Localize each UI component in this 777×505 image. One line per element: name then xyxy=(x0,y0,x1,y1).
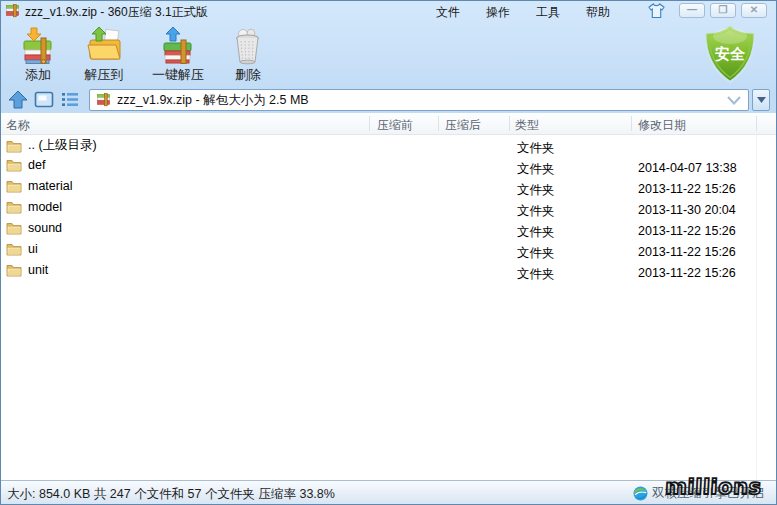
file-name: .. (上级目录) xyxy=(28,137,97,154)
folder-icon xyxy=(6,221,22,235)
trash-icon xyxy=(228,25,268,65)
file-modified: 2013-11-22 15:26 xyxy=(638,182,736,196)
column-divider[interactable] xyxy=(631,116,632,131)
title-bar[interactable]: zzz_v1.9x.zip - 360压缩 3.1正式版 文件 操作 工具 帮助… xyxy=(1,1,776,21)
file-name-cell: unit xyxy=(6,263,48,277)
column-header-modified[interactable]: 修改日期 xyxy=(638,117,686,134)
file-name-cell: .. (上级目录) xyxy=(6,137,97,154)
file-modified: 2013-11-30 20:04 xyxy=(638,203,736,217)
column-divider[interactable] xyxy=(509,116,510,131)
file-name: unit xyxy=(28,263,48,277)
folder-icon xyxy=(6,158,22,172)
file-type: 文件夹 xyxy=(517,224,555,241)
column-header-packed[interactable]: 压缩前 xyxy=(377,117,413,134)
menu-operation[interactable]: 操作 xyxy=(473,4,523,21)
extract-to-button[interactable]: 解压到 xyxy=(71,23,137,84)
table-row[interactable]: model 文件夹 2013-11-30 20:04 xyxy=(1,199,774,220)
file-name-cell: sound xyxy=(6,221,62,235)
archive-icon xyxy=(97,93,111,107)
table-row[interactable]: sound 文件夹 2013-11-22 15:26 xyxy=(1,220,774,241)
delete-label: 删除 xyxy=(219,66,277,84)
window-title: zzz_v1.9x.zip - 360压缩 3.1正式版 xyxy=(25,4,208,21)
file-name-cell: ui xyxy=(6,242,38,256)
add-button[interactable]: 添加 xyxy=(9,23,67,84)
file-type: 文件夹 xyxy=(517,140,555,157)
tshirt-icon xyxy=(648,3,665,19)
add-label: 添加 xyxy=(9,66,67,84)
close-button[interactable]: ✕ xyxy=(741,3,767,18)
file-name-cell: model xyxy=(6,200,62,214)
column-header-name[interactable]: 名称 xyxy=(6,117,30,134)
engine-status-label: 双核压缩引擎已开启 xyxy=(652,485,765,502)
up-level-icon[interactable] xyxy=(8,90,28,109)
table-row[interactable]: .. (上级目录) 文件夹 xyxy=(1,136,774,157)
column-divider[interactable] xyxy=(438,116,439,131)
list-header: 名称 压缩前 压缩后 类型 修改日期 xyxy=(1,113,776,135)
archive-path-combobox[interactable]: zzz_v1.9x.zip - 解包大小为 2.5 MB xyxy=(89,89,749,111)
menu-tools[interactable]: 工具 xyxy=(523,4,573,21)
path-dropdown-button[interactable] xyxy=(752,89,770,111)
file-modified: 2013-11-22 15:26 xyxy=(638,266,736,280)
table-row[interactable]: ui 文件夹 2013-11-22 15:26 xyxy=(1,241,774,262)
one-key-extract-icon xyxy=(158,25,198,65)
view-panel-icon[interactable] xyxy=(34,90,54,109)
file-modified: 2014-04-07 13:38 xyxy=(638,161,737,175)
skin-button[interactable] xyxy=(645,2,667,20)
file-name: def xyxy=(28,158,45,172)
file-type: 文件夹 xyxy=(517,203,555,220)
safe-shield-label: 安全 xyxy=(715,45,746,62)
folder-icon xyxy=(6,179,22,193)
file-modified: 2013-11-22 15:26 xyxy=(638,224,736,238)
table-row[interactable]: material 文件夹 2013-11-22 15:26 xyxy=(1,178,774,199)
folder-icon xyxy=(6,200,22,214)
app-window: zzz_v1.9x.zip - 360压缩 3.1正式版 文件 操作 工具 帮助… xyxy=(0,0,777,505)
maximize-button[interactable]: ❐ xyxy=(710,3,736,18)
list-view-icon[interactable] xyxy=(60,90,80,109)
folder-icon xyxy=(6,242,22,256)
file-type: 文件夹 xyxy=(517,161,555,178)
dropdown-triangle-icon xyxy=(757,97,766,103)
file-type: 文件夹 xyxy=(517,182,555,199)
file-name: material xyxy=(28,179,72,193)
app-archive-icon xyxy=(6,4,20,18)
column-header-type[interactable]: 类型 xyxy=(515,117,539,134)
status-bar: 大小: 854.0 KB 共 247 个文件和 57 个文件夹 压缩率 33.8… xyxy=(1,480,776,504)
file-name: model xyxy=(28,200,62,214)
minimize-button[interactable]: — xyxy=(679,3,705,18)
dual-core-swirl-icon xyxy=(633,486,648,501)
file-list: 名称 压缩前 压缩后 类型 修改日期 .. (上级目录) 文件夹 xyxy=(1,113,776,482)
menu-bar: 文件 操作 工具 帮助 xyxy=(423,4,623,21)
table-row[interactable]: unit 文件夹 2013-11-22 15:26 xyxy=(1,262,774,283)
chevron-down-icon xyxy=(727,96,741,105)
folder-icon xyxy=(6,263,22,277)
table-row[interactable]: def 文件夹 2014-04-07 13:38 xyxy=(1,157,774,178)
engine-status: 双核压缩引擎已开启 xyxy=(633,485,765,502)
column-header-unpacked[interactable]: 压缩后 xyxy=(445,117,481,134)
archive-summary: 大小: 854.0 KB 共 247 个文件和 57 个文件夹 压缩率 33.8… xyxy=(7,486,335,503)
extract-to-label: 解压到 xyxy=(71,66,137,84)
delete-button[interactable]: 删除 xyxy=(219,23,277,84)
menu-file[interactable]: 文件 xyxy=(423,4,473,21)
file-name-cell: material xyxy=(6,179,72,193)
address-bar: zzz_v1.9x.zip - 解包大小为 2.5 MB xyxy=(1,86,776,113)
extract-to-icon xyxy=(84,25,124,65)
one-key-extract-button[interactable]: 一键解压 xyxy=(139,23,217,84)
safe-shield-button[interactable]: 安全 xyxy=(700,23,760,85)
column-divider[interactable] xyxy=(756,116,757,131)
add-archive-icon xyxy=(18,25,58,65)
file-type: 文件夹 xyxy=(517,266,555,283)
file-modified: 2013-11-22 15:26 xyxy=(638,245,736,259)
file-type: 文件夹 xyxy=(517,245,555,262)
one-key-extract-label: 一键解压 xyxy=(139,66,217,84)
file-name: sound xyxy=(28,221,62,235)
file-name-cell: def xyxy=(6,158,45,172)
menu-help[interactable]: 帮助 xyxy=(573,4,623,21)
folder-icon xyxy=(6,139,22,153)
file-name: ui xyxy=(28,242,38,256)
archive-path-value: zzz_v1.9x.zip - 解包大小为 2.5 MB xyxy=(117,92,309,109)
column-divider[interactable] xyxy=(369,116,370,131)
